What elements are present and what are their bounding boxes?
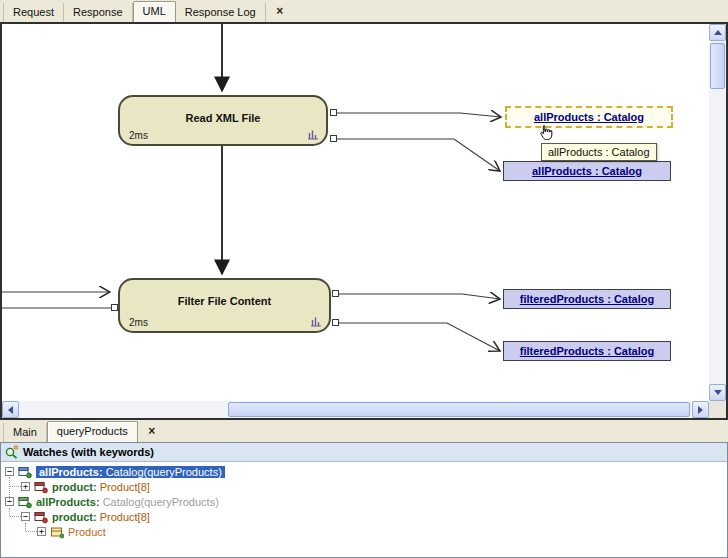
watch-label: product: Product[8] [52, 481, 150, 493]
tab-response-log[interactable]: Response Log [176, 3, 266, 22]
catalog-instance-icon [18, 495, 32, 509]
watch-label: Product [68, 526, 106, 538]
watches-icon [4, 445, 19, 459]
uml-diagram-canvas: Read XML File 2ms Filter File Content 2m… [0, 22, 728, 420]
watch-row-allproducts-2[interactable]: − allProducts: Catalog(queryProducts) [1, 494, 727, 509]
watch-name: product: [52, 481, 97, 493]
watch-row-product-1[interactable]: + product: Product[8] [1, 479, 727, 494]
connector-port[interactable] [111, 304, 118, 311]
watch-row-product-2[interactable]: − product: Product[8] [1, 509, 727, 524]
tree-connector-guide [9, 477, 10, 501]
close-tab-icon[interactable]: × [273, 5, 287, 18]
watch-type: Catalog(queryProducts) [100, 496, 219, 508]
product-instance-icon [34, 510, 48, 524]
watch-name: allProducts: [39, 466, 103, 478]
tab-uml[interactable]: UML [133, 1, 176, 22]
horizontal-scrollbar[interactable] [2, 401, 709, 418]
output-allproducts-catalog-selected[interactable]: allProducts : Catalog [505, 106, 673, 128]
watch-type: Product [68, 526, 106, 538]
scroll-left-button[interactable] [2, 401, 19, 418]
watches-tree: − allProducts: Catalog(queryProducts) + … [1, 462, 727, 557]
watches-title: Watches (with keywords) [23, 446, 154, 458]
expand-icon[interactable]: + [21, 482, 30, 491]
catalog-instance-icon [18, 465, 32, 479]
watch-type: Catalog(queryProducts) [103, 466, 222, 478]
watch-name: product: [52, 511, 97, 523]
connector-port[interactable] [332, 290, 339, 297]
node-title: Filter File Content [120, 295, 329, 307]
output-filteredproducts-catalog[interactable]: filteredProducts : Catalog [503, 289, 671, 309]
class-icon [50, 525, 64, 539]
output-label: filteredProducts : Catalog [520, 342, 654, 360]
tree-connector-guide [9, 508, 10, 516]
tab-main[interactable]: Main [3, 423, 47, 442]
output-filteredproducts-catalog[interactable]: filteredProducts : Catalog [503, 341, 671, 361]
arrow-up-icon [714, 30, 722, 35]
watch-label: allProducts: Catalog(queryProducts) [36, 466, 225, 478]
node-duration: 2ms [129, 317, 148, 328]
watch-label: product: Product[8] [52, 511, 150, 523]
close-tab-icon[interactable]: × [145, 425, 159, 438]
tab-queryproducts[interactable]: queryProducts [47, 421, 138, 442]
tooltip: allProducts : Catalog [541, 143, 657, 161]
activity-node-read-xml-file[interactable]: Read XML File 2ms [118, 95, 328, 146]
output-allproducts-catalog[interactable]: allProducts : Catalog [503, 161, 671, 181]
diagram-layer: Read XML File 2ms Filter File Content 2m… [2, 24, 709, 401]
watch-label: allProducts: Catalog(queryProducts) [36, 496, 219, 508]
tree-connector-guide [25, 523, 26, 531]
node-title: Read XML File [120, 112, 326, 124]
watch-type: Product[8] [97, 481, 150, 493]
tab-request[interactable]: Request [3, 3, 64, 22]
scrollbar-corner [709, 401, 726, 418]
watch-row-product-type[interactable]: + Product [1, 524, 727, 539]
metrics-icon [310, 316, 322, 327]
horizontal-scrollbar-thumb[interactable] [228, 402, 690, 417]
output-label: allProducts : Catalog [532, 162, 642, 180]
sub-tabbar: Main queryProducts × [0, 420, 728, 442]
arrow-right-icon [698, 406, 703, 414]
watches-header: Watches (with keywords) [1, 443, 727, 462]
connector-port[interactable] [330, 109, 337, 116]
product-instance-icon [34, 480, 48, 494]
tree-connector-guide [10, 516, 21, 517]
editor-tabbar: Request Response UML Response Log × [0, 0, 728, 22]
watch-row-allproducts-1[interactable]: − allProducts: Catalog(queryProducts) [1, 464, 727, 479]
activity-node-filter-file-content[interactable]: Filter File Content 2ms [118, 278, 331, 333]
vertical-scrollbar[interactable] [709, 24, 726, 401]
metrics-icon [307, 129, 319, 140]
watch-type: Product[8] [97, 511, 150, 523]
arrow-left-icon [8, 406, 13, 414]
hand-cursor-icon [538, 124, 555, 141]
tree-connector-guide [10, 486, 21, 487]
application-window: Request Response UML Response Log × [0, 0, 728, 558]
output-label: filteredProducts : Catalog [520, 290, 654, 308]
connector-port[interactable] [332, 319, 339, 326]
tab-response[interactable]: Response [64, 3, 133, 22]
vertical-scrollbar-thumb[interactable] [710, 43, 725, 89]
expand-icon[interactable]: + [37, 527, 46, 536]
arrow-down-icon [714, 390, 722, 395]
scroll-right-button[interactable] [692, 401, 709, 418]
watch-name: allProducts: [36, 496, 100, 508]
node-duration: 2ms [129, 130, 148, 141]
scroll-up-button[interactable] [709, 24, 726, 41]
scroll-down-button[interactable] [709, 384, 726, 401]
watches-panel: Watches (with keywords) − allProducts: C… [0, 442, 728, 558]
collapse-icon[interactable]: − [5, 467, 14, 476]
collapse-icon[interactable]: − [21, 512, 30, 521]
connector-port[interactable] [330, 135, 337, 142]
tree-connector-guide [26, 531, 37, 532]
